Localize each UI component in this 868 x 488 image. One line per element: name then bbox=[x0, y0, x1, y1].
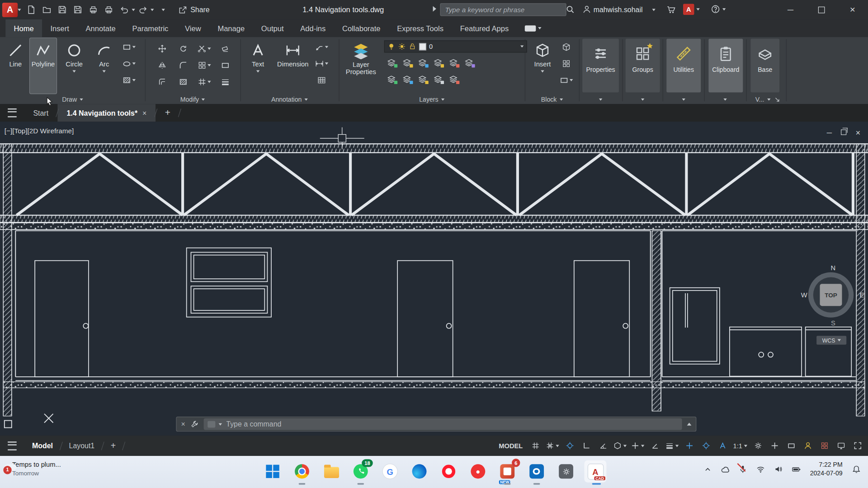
file-tabs-menu-button[interactable] bbox=[0, 104, 24, 122]
tab-output[interactable]: Output bbox=[253, 19, 292, 37]
compass-south[interactable]: S bbox=[801, 319, 865, 327]
create-block-button[interactable] bbox=[559, 40, 574, 53]
workspace-switching-icon[interactable] bbox=[752, 439, 764, 452]
layer-dropdown[interactable]: 0 bbox=[384, 40, 527, 52]
polyline-button[interactable]: Polyline bbox=[30, 38, 57, 93]
undo-caret-icon[interactable] bbox=[132, 9, 135, 11]
battery-icon[interactable] bbox=[788, 459, 805, 479]
viewport-restore-icon[interactable] bbox=[838, 128, 849, 137]
publish-button[interactable] bbox=[101, 3, 116, 17]
explode-button[interactable] bbox=[218, 59, 232, 72]
layer-freeze-button[interactable] bbox=[415, 56, 429, 69]
isometric-drafting-icon[interactable] bbox=[613, 439, 627, 452]
hatch-button[interactable] bbox=[122, 74, 136, 87]
clock[interactable]: 7:22 PM 2024-07-09 bbox=[806, 461, 847, 478]
dimension-button[interactable]: Dimension bbox=[274, 38, 311, 93]
block-attributes-button[interactable] bbox=[559, 74, 574, 87]
tab-view[interactable]: View bbox=[177, 19, 209, 37]
annotation-scale-button[interactable]: 1:1 bbox=[733, 439, 747, 452]
tab-manage[interactable]: Manage bbox=[209, 19, 253, 37]
edge-icon[interactable] bbox=[408, 460, 430, 483]
viewport-minimize-icon[interactable]: ─ bbox=[824, 128, 835, 137]
utilities-panel-button[interactable]: Utilities bbox=[666, 39, 701, 93]
whatsapp-icon[interactable]: 18 bbox=[349, 460, 372, 483]
share-icon[interactable] bbox=[175, 3, 190, 17]
grid-display-icon[interactable] bbox=[529, 439, 542, 452]
tab-featured-apps[interactable]: Featured Apps bbox=[452, 19, 517, 37]
leader-button[interactable] bbox=[315, 40, 329, 53]
tab-parametric[interactable]: Parametric bbox=[124, 19, 177, 37]
autocad-taskbar-icon[interactable]: A CAD bbox=[584, 460, 606, 483]
mirror-button[interactable] bbox=[155, 59, 170, 72]
command-input-field[interactable] bbox=[203, 418, 682, 430]
isolate-objects-icon[interactable] bbox=[802, 439, 814, 452]
block-panel-label[interactable]: Block bbox=[525, 94, 579, 104]
autodesk-app-button[interactable]: A bbox=[683, 4, 700, 15]
start-button[interactable] bbox=[262, 460, 284, 483]
maximize-button[interactable] bbox=[806, 0, 837, 19]
minimize-button[interactable]: ─ bbox=[775, 0, 806, 19]
draw-panel-label[interactable]: Draw bbox=[0, 94, 145, 104]
annotation-panel-label[interactable]: Annotation bbox=[240, 94, 339, 104]
compass-north[interactable]: N bbox=[801, 264, 865, 272]
layers-panel-label[interactable]: Layers bbox=[339, 94, 524, 104]
customize-wrench-icon[interactable] bbox=[190, 420, 198, 428]
polar-tracking-icon[interactable] bbox=[597, 439, 609, 452]
angle-snap-icon[interactable] bbox=[649, 439, 661, 452]
onedrive-icon[interactable] bbox=[717, 459, 734, 479]
layer-unlock-button[interactable] bbox=[384, 72, 399, 85]
compass-west[interactable]: W bbox=[801, 291, 807, 299]
layout-menu-button[interactable] bbox=[0, 441, 24, 450]
viewcube[interactable]: TOP N W E S WCS bbox=[801, 263, 865, 347]
layer-match-button[interactable] bbox=[400, 72, 414, 85]
qat-customize-caret-icon[interactable] bbox=[162, 9, 165, 11]
plot-button[interactable] bbox=[85, 3, 101, 17]
graphics-performance-icon[interactable] bbox=[818, 439, 830, 452]
outlook-icon[interactable] bbox=[526, 460, 548, 483]
fillet-button[interactable] bbox=[176, 59, 190, 72]
layer-properties-button[interactable]: LayerProperties bbox=[343, 38, 378, 93]
viewcube-top-face[interactable]: TOP bbox=[820, 284, 842, 306]
tab-insert[interactable]: Insert bbox=[42, 19, 77, 37]
tab-collaborate[interactable]: Collaborate bbox=[334, 19, 389, 37]
groups-panel-caret[interactable] bbox=[622, 94, 662, 104]
properties-panel-button[interactable]: Properties bbox=[582, 39, 619, 93]
clipboard-panel-caret[interactable] bbox=[704, 94, 746, 104]
annotation-autoscale-icon[interactable] bbox=[717, 439, 729, 452]
search-icon[interactable] bbox=[562, 2, 578, 17]
command-line[interactable]: × bbox=[176, 417, 696, 432]
redo-button[interactable] bbox=[135, 3, 151, 17]
lengthen-button[interactable] bbox=[218, 75, 232, 89]
layer-previous-button[interactable] bbox=[415, 72, 429, 85]
layer-merge-button[interactable] bbox=[446, 72, 461, 85]
array-button[interactable] bbox=[197, 59, 212, 72]
command-close-icon[interactable]: × bbox=[181, 420, 185, 428]
move-button[interactable] bbox=[155, 42, 170, 55]
new-layout-button[interactable]: + bbox=[103, 441, 124, 450]
file-explorer-icon[interactable] bbox=[320, 460, 342, 483]
cart-icon[interactable] bbox=[663, 2, 679, 17]
chrome-icon[interactable] bbox=[291, 460, 313, 483]
recent-commands-caret-icon[interactable] bbox=[218, 423, 222, 425]
layer-thaw-button[interactable] bbox=[462, 56, 476, 69]
command-history-toggle-icon[interactable] bbox=[687, 423, 692, 426]
base-panel-button[interactable]: Base bbox=[750, 39, 779, 93]
quick-properties-icon[interactable] bbox=[785, 439, 797, 452]
text-button[interactable]: Text bbox=[244, 38, 273, 93]
share-button[interactable]: Share bbox=[190, 5, 209, 14]
stretch-button[interactable] bbox=[176, 75, 190, 89]
redo-caret-icon[interactable] bbox=[151, 9, 154, 11]
opera-icon[interactable] bbox=[438, 460, 460, 483]
tab-add-ins[interactable]: Add-ins bbox=[292, 19, 334, 37]
google-icon[interactable]: G bbox=[379, 460, 401, 483]
hidden-icons-chevron[interactable] bbox=[699, 459, 716, 479]
properties-panel-caret[interactable] bbox=[579, 94, 623, 104]
tab-express-tools[interactable]: Express Tools bbox=[389, 19, 452, 37]
save-button[interactable] bbox=[54, 3, 70, 17]
close-tab-icon[interactable]: × bbox=[142, 109, 146, 117]
new-file-button[interactable] bbox=[23, 3, 38, 17]
annotation-monitor-icon[interactable] bbox=[769, 439, 781, 452]
volume-icon[interactable] bbox=[770, 459, 787, 479]
recent-commands-icon[interactable] bbox=[208, 421, 215, 427]
layout1-tab[interactable]: Layout1 bbox=[61, 441, 102, 450]
